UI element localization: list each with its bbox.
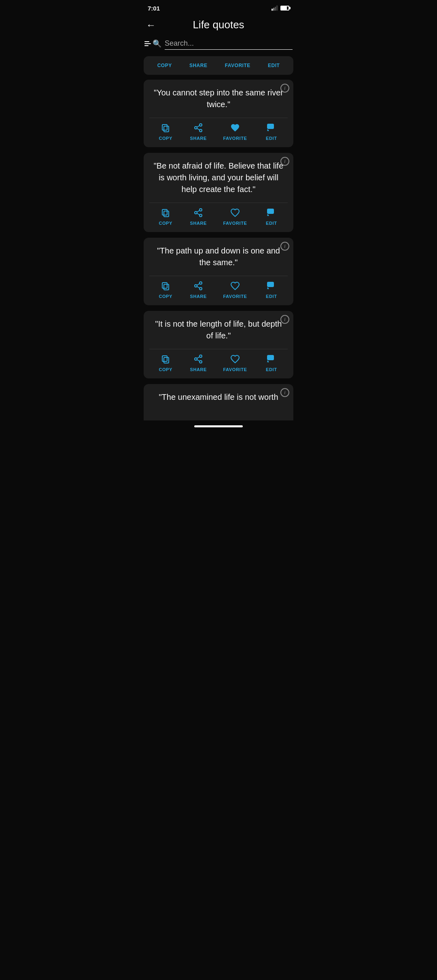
action-copy-2[interactable]: COPY (153, 205, 178, 228)
action-label-share-1: SHARE (190, 136, 207, 141)
action-label-edit-3: EDIT (266, 294, 277, 299)
svg-point-43 (195, 358, 197, 360)
action-share-4[interactable]: SHARE (186, 352, 211, 374)
svg-line-45 (197, 360, 200, 361)
svg-rect-16 (164, 211, 169, 217)
svg-rect-29 (162, 283, 167, 288)
svg-point-19 (195, 211, 197, 214)
svg-line-9 (197, 129, 200, 130)
share-icon-1 (193, 123, 203, 134)
quote-card-3: i"The path up and down is one and the sa… (144, 238, 293, 305)
quote-text-1: "You cannot step into the same river twi… (149, 85, 288, 118)
info-button-2[interactable]: i (280, 157, 289, 166)
share-icon-4 (193, 354, 203, 365)
action-label-favorite-2: FAVORITE (223, 221, 247, 226)
action-favorite-4[interactable]: FAVORITE (219, 352, 251, 374)
edit-icon-3 (267, 281, 276, 292)
page-title: Life quotes (161, 19, 276, 31)
action-share-1[interactable]: SHARE (186, 120, 211, 143)
action-copy-4[interactable]: COPY (153, 352, 178, 374)
header: ← Life quotes (140, 15, 297, 38)
action-label-edit-4: EDIT (266, 367, 277, 372)
status-icons (272, 5, 289, 11)
svg-point-44 (199, 361, 202, 363)
svg-point-30 (199, 282, 202, 284)
action-edit-4[interactable]: EDIT (259, 352, 284, 374)
svg-rect-1 (273, 8, 274, 11)
action-copy-3[interactable]: COPY (153, 279, 178, 301)
signal-icon (272, 5, 278, 11)
partial-edit-label[interactable]: EDIT (268, 59, 280, 71)
info-button-1[interactable]: i (280, 84, 289, 93)
action-edit-2[interactable]: EDIT (259, 205, 284, 228)
svg-point-7 (195, 127, 197, 129)
partial-actions: COPY SHARE FAVORITE EDIT (148, 59, 289, 71)
svg-point-8 (199, 129, 202, 132)
heart-outline-icon-4 (230, 354, 240, 365)
action-label-favorite-1: FAVORITE (223, 136, 247, 141)
svg-rect-17 (162, 209, 167, 215)
action-favorite-1[interactable]: FAVORITE (219, 120, 251, 143)
heart-filled-icon-1 (230, 123, 240, 134)
action-label-share-4: SHARE (190, 367, 207, 372)
svg-point-6 (199, 124, 202, 126)
svg-line-21 (197, 213, 200, 215)
svg-rect-40 (164, 357, 169, 363)
svg-rect-3 (276, 6, 278, 11)
action-share-3[interactable]: SHARE (186, 279, 211, 301)
action-label-share-3: SHARE (190, 294, 207, 299)
svg-point-20 (199, 214, 202, 217)
partial-share-label[interactable]: SHARE (189, 59, 208, 71)
search-input[interactable] (165, 38, 293, 50)
quotes-list: i"You cannot step into the same river tw… (140, 80, 297, 378)
list-icon (144, 41, 151, 46)
svg-line-33 (197, 287, 200, 288)
edit-icon-1 (267, 123, 276, 134)
action-label-favorite-4: FAVORITE (223, 367, 247, 372)
copy-icon-3 (161, 281, 170, 292)
svg-line-10 (197, 126, 200, 127)
svg-rect-5 (162, 125, 167, 130)
partial-favorite-label[interactable]: FAVORITE (225, 59, 250, 71)
action-copy-1[interactable]: COPY (153, 120, 178, 143)
partial-copy-label[interactable]: COPY (157, 59, 172, 71)
action-favorite-3[interactable]: FAVORITE (219, 279, 251, 301)
copy-icon-4 (161, 354, 170, 365)
action-edit-3[interactable]: EDIT (259, 279, 284, 301)
search-icon-wrap: 🔍 (144, 39, 161, 48)
info-button-3[interactable]: i (280, 242, 289, 251)
share-icon-3 (193, 281, 203, 292)
action-label-favorite-3: FAVORITE (223, 294, 247, 299)
back-button[interactable]: ← (146, 19, 156, 31)
card-actions-2: COPY SHARE FAVORITE EDIT (149, 203, 288, 228)
action-label-copy-2: COPY (159, 221, 172, 226)
svg-point-32 (199, 287, 202, 290)
info-button-4[interactable]: i (280, 315, 289, 324)
action-label-copy-1: COPY (159, 136, 172, 141)
magnify-icon: 🔍 (153, 39, 161, 48)
svg-point-42 (199, 355, 202, 357)
action-label-share-2: SHARE (190, 221, 207, 226)
share-icon-2 (193, 208, 203, 219)
heart-outline-icon-3 (230, 281, 240, 292)
battery-icon (280, 6, 289, 11)
action-label-edit-2: EDIT (266, 221, 277, 226)
svg-rect-2 (275, 7, 276, 11)
card-actions-1: COPY SHARE FAVORITE EDIT (149, 118, 288, 143)
svg-point-18 (199, 209, 202, 211)
edit-icon-4 (267, 354, 276, 365)
quote-text-3: "The path up and down is one and the sam… (149, 243, 288, 276)
action-label-edit-1: EDIT (266, 136, 277, 141)
info-button-partial[interactable]: i (280, 388, 289, 397)
svg-rect-4 (164, 126, 169, 132)
card-actions-4: COPY SHARE FAVORITE EDIT (149, 349, 288, 374)
status-time: 7:01 (148, 5, 160, 12)
action-share-2[interactable]: SHARE (186, 205, 211, 228)
copy-icon-2 (161, 208, 170, 219)
quote-card-1: i"You cannot step into the same river tw… (144, 80, 293, 147)
action-edit-1[interactable]: EDIT (259, 120, 284, 143)
home-indicator (194, 425, 243, 427)
action-favorite-2[interactable]: FAVORITE (219, 205, 251, 228)
quote-card-4: i"It is not the length of life, but dept… (144, 311, 293, 378)
action-label-copy-3: COPY (159, 294, 172, 299)
